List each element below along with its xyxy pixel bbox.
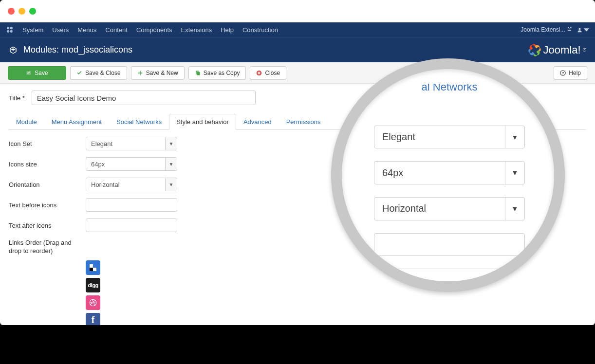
svg-point-2 [7, 30, 9, 33]
magnifier-overlay: al Networks Elegant ▼ 64px ▼ Horizontal … [331, 58, 565, 292]
mag-icons-size-select[interactable]: 64px ▼ [374, 161, 525, 184]
caret-down-icon [584, 27, 589, 33]
check-icon [76, 70, 82, 76]
trademark-icon: ® [583, 47, 586, 53]
traffic-minimize[interactable] [19, 8, 25, 15]
admin-menubar: System Users Menus Content Components Ex… [0, 22, 595, 37]
question-icon: ? [560, 70, 566, 76]
tab-menu-assignment[interactable]: Menu Assignment [44, 114, 109, 130]
mag-header-partial: al Networks [422, 84, 478, 93]
social-dribbble-icon[interactable] [86, 295, 100, 310]
page-header: Modules: mod_jssocialicons Joomla!® [0, 37, 595, 62]
save-copy-button[interactable]: Save as Copy [188, 66, 246, 80]
mag-icon-set-select[interactable]: Elegant ▼ [374, 126, 525, 149]
save-new-button[interactable]: Save & New [131, 66, 185, 80]
tab-advanced[interactable]: Advanced [236, 114, 279, 130]
menu-system[interactable]: System [22, 26, 43, 34]
user-menu[interactable] [577, 27, 589, 33]
orientation-label: Orientation [9, 181, 86, 188]
mag-orientation-select[interactable]: Horizontal ▼ [374, 197, 525, 220]
menubar-right: Joomla Extensi... [521, 26, 589, 33]
svg-text:?: ? [562, 71, 564, 75]
joomla-brand: Joomla!® [528, 43, 586, 57]
save-new-label: Save & New [146, 70, 178, 76]
tab-style-behavior[interactable]: Style and behavior [169, 114, 236, 130]
close-button[interactable]: Close [250, 66, 286, 80]
menubar-left: System Users Menus Content Components Ex… [6, 26, 278, 34]
menu-construction[interactable]: Construction [242, 26, 278, 34]
tab-permissions[interactable]: Permissions [279, 114, 328, 130]
menu-help[interactable]: Help [221, 26, 234, 34]
joomla-brand-text: Joomla! [543, 44, 581, 56]
save-close-button[interactable]: Save & Close [70, 66, 127, 80]
joomla-icon [6, 26, 14, 34]
menu-content[interactable]: Content [105, 26, 128, 34]
icons-size-select[interactable]: 64px ▼ [86, 157, 177, 171]
mag-icons-size-value: 64px [374, 162, 505, 184]
traffic-zoom[interactable] [29, 8, 36, 15]
cancel-icon [256, 70, 262, 76]
icons-size-label: Icons size [9, 161, 86, 168]
icon-set-label: Icon Set [9, 140, 86, 147]
chevron-down-icon: ▼ [165, 137, 177, 150]
menu-users[interactable]: Users [52, 26, 69, 34]
mag-orientation-value: Horizontal [374, 198, 505, 220]
orientation-select[interactable]: Horizontal ▼ [86, 178, 177, 191]
orientation-value: Horizontal [86, 178, 165, 191]
save-copy-label: Save as Copy [204, 70, 240, 76]
text-after-label: Text after icons [9, 222, 86, 229]
social-digg-icon[interactable]: digg [86, 278, 100, 292]
title-label: Title * [9, 94, 25, 102]
chevron-down-icon: ▼ [165, 178, 177, 191]
social-delicious-icon[interactable] [86, 260, 100, 275]
close-label: Close [265, 70, 280, 76]
links-order-label: Links Order (Drag and drop to reorder) [9, 239, 86, 255]
svg-point-4 [578, 28, 580, 30]
menu-components[interactable]: Components [136, 26, 172, 34]
chevron-down-icon: ▼ [505, 162, 524, 184]
copy-icon [195, 70, 201, 76]
traffic-close[interactable] [8, 8, 15, 15]
mac-window-chrome [0, 0, 595, 22]
save-button[interactable]: Save [8, 66, 66, 80]
text-before-label: Text before icons [9, 201, 86, 209]
svg-point-1 [10, 27, 13, 29]
site-link[interactable]: Joomla Extensi... [521, 26, 572, 33]
user-icon [577, 27, 582, 33]
page-header-left: Modules: mod_jssocialicons [9, 45, 132, 55]
mag-text-before-input[interactable] [374, 233, 525, 256]
cube-icon [9, 46, 18, 55]
plus-icon [137, 70, 143, 76]
mag-icon-set-value: Elegant [374, 126, 505, 148]
menu-extensions[interactable]: Extensions [181, 26, 212, 34]
tab-social-networks[interactable]: Social Networks [109, 114, 169, 130]
external-link-icon [567, 26, 572, 32]
site-link-label: Joomla Extensi... [521, 26, 565, 33]
help-label: Help [569, 70, 581, 76]
chevron-down-icon: ▼ [505, 126, 524, 148]
magnifier-inner: al Networks Elegant ▼ 64px ▼ Horizontal … [342, 69, 554, 281]
text-after-input[interactable] [86, 218, 177, 232]
tab-module[interactable]: Module [9, 114, 44, 130]
icon-set-select[interactable]: Elegant ▼ [86, 137, 177, 150]
save-label: Save [35, 70, 48, 76]
chevron-down-icon: ▼ [165, 158, 177, 170]
text-before-input[interactable] [86, 198, 177, 212]
social-facebook-icon[interactable]: f [86, 313, 100, 325]
menu-menus[interactable]: Menus [77, 26, 96, 34]
icons-size-value: 64px [86, 158, 165, 170]
icon-set-value: Elegant [86, 137, 165, 150]
check-icon [26, 70, 32, 76]
svg-point-0 [7, 27, 9, 29]
chevron-down-icon: ▼ [505, 198, 524, 220]
svg-point-3 [10, 30, 13, 33]
links-order-list: digg f [86, 260, 100, 325]
title-input[interactable] [32, 91, 256, 105]
joomla-logo-icon [528, 43, 541, 57]
help-button[interactable]: ? Help [554, 66, 587, 80]
save-close-label: Save & Close [85, 70, 121, 76]
page-title: Modules: mod_jssocialicons [23, 45, 132, 55]
